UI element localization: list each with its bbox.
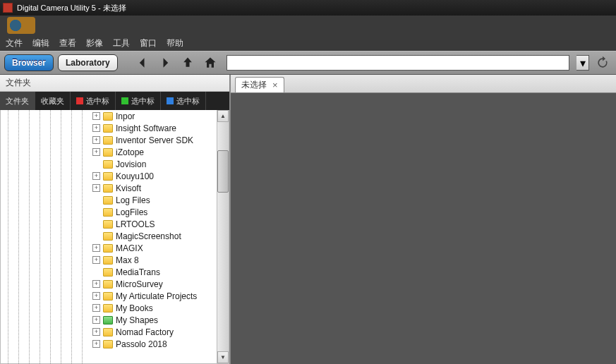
tree-expander-icon[interactable]: + bbox=[92, 148, 100, 156]
address-input[interactable] bbox=[227, 55, 569, 71]
menu-tools[interactable]: 工具 bbox=[113, 37, 130, 49]
folder-icon bbox=[103, 112, 113, 121]
menu-edit[interactable]: 编辑 bbox=[32, 37, 49, 49]
nav-up-icon[interactable] bbox=[179, 54, 197, 72]
scroll-up-icon[interactable]: ▲ bbox=[217, 110, 229, 122]
menu-help[interactable]: 帮助 bbox=[167, 37, 183, 49]
tree-expander-icon bbox=[92, 160, 100, 168]
tree-item-label: Nomad Factory bbox=[116, 327, 174, 337]
tab-flag-blue[interactable]: 选中标 bbox=[161, 92, 206, 110]
tree-item[interactable]: +Inpor bbox=[92, 110, 217, 122]
tree-item-label: LRTOOLS bbox=[116, 219, 155, 229]
tree-item[interactable]: +My Shapes bbox=[92, 314, 217, 326]
tree-item[interactable]: Log Files bbox=[92, 194, 217, 206]
folder-icon bbox=[103, 304, 113, 313]
tree-expander-icon[interactable]: + bbox=[92, 124, 100, 132]
tree-item-label: MicroSurvey bbox=[116, 279, 163, 289]
right-tab-bar: 未选择 × bbox=[231, 75, 616, 93]
menu-image[interactable]: 影像 bbox=[86, 37, 103, 49]
tree-expander-icon[interactable]: + bbox=[92, 304, 100, 312]
vertical-scrollbar[interactable]: ▲ ▼ bbox=[217, 110, 229, 363]
folder-icon bbox=[103, 316, 113, 324]
content-tab[interactable]: 未选择 × bbox=[235, 77, 284, 92]
tree-item[interactable]: +iZotope bbox=[92, 146, 217, 158]
tree-item-label: Inpor bbox=[116, 111, 135, 121]
nav-back-icon[interactable] bbox=[133, 54, 152, 72]
folder-icon bbox=[103, 220, 113, 229]
tree-item[interactable]: +My Articulate Projects bbox=[92, 290, 217, 302]
folder-icon bbox=[103, 208, 113, 217]
tree-item-label: Passolo 2018 bbox=[116, 339, 167, 349]
tree-expander-icon[interactable]: + bbox=[92, 316, 100, 324]
address-dropdown-icon[interactable]: ▾ bbox=[576, 55, 589, 71]
tree-item-label: Log Files bbox=[116, 195, 150, 205]
right-panel: 未选择 × bbox=[231, 75, 616, 364]
tree-item[interactable]: +My Books bbox=[92, 302, 217, 314]
tree-item-label: Insight Software bbox=[116, 123, 176, 133]
tree-expander-icon[interactable]: + bbox=[92, 184, 100, 192]
tree-item-label: Inventor Server SDK bbox=[116, 135, 193, 145]
home-icon[interactable] bbox=[201, 54, 219, 72]
tree-item[interactable]: +Inventor Server SDK bbox=[92, 134, 217, 146]
tree-item-label: MediaTrans bbox=[116, 267, 160, 277]
tree-expander-icon[interactable]: + bbox=[92, 328, 100, 336]
tree-expander-icon[interactable]: + bbox=[92, 292, 100, 300]
tab-flag-green[interactable]: 选中标 bbox=[116, 92, 161, 110]
folder-icon bbox=[103, 292, 113, 301]
tab-folders[interactable]: 文件夹 bbox=[0, 92, 35, 110]
tree-item[interactable]: Jovision bbox=[92, 158, 217, 170]
folder-icon bbox=[103, 256, 113, 265]
tree-item[interactable]: +Nomad Factory bbox=[92, 326, 217, 338]
toolbar: Browser Laboratory ▾ bbox=[0, 51, 616, 75]
laboratory-button[interactable]: Laboratory bbox=[58, 54, 118, 71]
folder-header: 文件夹 bbox=[0, 75, 229, 92]
tree-item[interactable]: +Kvisoft bbox=[92, 182, 217, 194]
tree-item[interactable]: +Max 8 bbox=[92, 254, 217, 266]
tree-item[interactable]: +Kouyu100 bbox=[92, 170, 217, 182]
tree-expander-icon[interactable]: + bbox=[92, 280, 100, 288]
tab-flag-red[interactable]: 选中标 bbox=[71, 92, 116, 110]
tree-item[interactable]: +Insight Software bbox=[92, 122, 217, 134]
tree-item[interactable]: LRTOOLS bbox=[92, 218, 217, 230]
tab-favorites-label: 收藏夹 bbox=[41, 96, 64, 107]
tree-item[interactable]: MediaTrans bbox=[92, 266, 217, 278]
scroll-thumb[interactable] bbox=[217, 150, 229, 193]
tree-item[interactable]: MagicScreenshot bbox=[92, 230, 217, 242]
tab-favorites[interactable]: 收藏夹 bbox=[35, 92, 71, 110]
tree-item[interactable]: +MAGIX bbox=[92, 242, 217, 254]
tree-item-label: MagicScreenshot bbox=[116, 231, 181, 241]
browser-button[interactable]: Browser bbox=[4, 54, 54, 71]
menu-file[interactable]: 文件 bbox=[6, 37, 23, 49]
tab-flag-green-label: 选中标 bbox=[131, 96, 155, 107]
tree-expander-icon[interactable]: + bbox=[92, 340, 100, 348]
tree-expander-icon bbox=[92, 268, 100, 276]
tree-expander-icon[interactable]: + bbox=[92, 172, 100, 180]
tree-expander-icon[interactable]: + bbox=[92, 136, 100, 144]
tree-item[interactable]: +Passolo 2018 bbox=[92, 338, 217, 350]
folder-icon bbox=[103, 244, 113, 253]
folder-icon bbox=[103, 268, 113, 277]
folder-icon bbox=[103, 328, 113, 336]
tab-folders-label: 文件夹 bbox=[6, 96, 29, 107]
tree-expander-icon[interactable]: + bbox=[92, 244, 100, 252]
close-tab-icon[interactable]: × bbox=[272, 80, 278, 90]
tree-list[interactable]: +Inpor+Insight Software+Inventor Server … bbox=[92, 110, 217, 363]
tab-flag-blue-label: 选中标 bbox=[176, 96, 200, 107]
tree-item-label: iZotope bbox=[116, 147, 144, 157]
tree-expander-icon bbox=[92, 196, 100, 204]
tree-expander-icon bbox=[92, 208, 100, 216]
tree-expander-icon[interactable]: + bbox=[92, 112, 100, 120]
tree-item-label: Max 8 bbox=[116, 255, 139, 265]
folder-icon bbox=[103, 196, 113, 205]
menu-view[interactable]: 查看 bbox=[59, 37, 76, 49]
menu-window[interactable]: 窗口 bbox=[140, 37, 157, 49]
refresh-icon[interactable] bbox=[593, 54, 612, 72]
tree-gutter bbox=[1, 110, 92, 363]
tree-expander-icon[interactable]: + bbox=[92, 256, 100, 264]
tree-item[interactable]: +MicroSurvey bbox=[92, 278, 217, 290]
nav-forward-icon[interactable] bbox=[156, 54, 174, 72]
scroll-down-icon[interactable]: ▼ bbox=[217, 351, 229, 363]
tree-item-label: MAGIX bbox=[116, 243, 143, 253]
tree-item[interactable]: LogFiles bbox=[92, 206, 217, 218]
titlebar: Digital Camera Utility 5 - 未选择 bbox=[0, 0, 616, 16]
